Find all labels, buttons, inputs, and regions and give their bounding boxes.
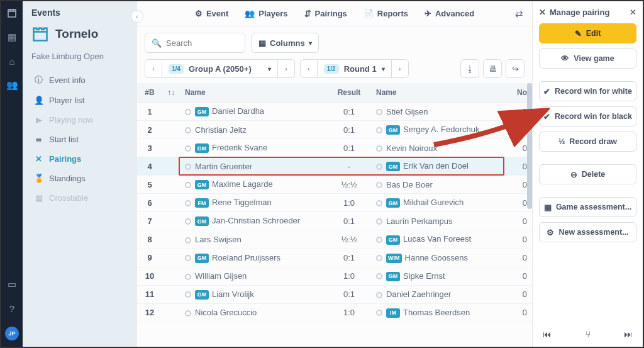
status-ring-icon: [376, 109, 382, 115]
table-row[interactable]: 10William Gijsen1:0GMSipke Ernst0: [137, 267, 532, 285]
record-draw-button[interactable]: ½Record draw: [539, 132, 636, 152]
table-row[interactable]: 9GMRoeland Pruijssers0:1WIMHanne Goossen…: [137, 249, 532, 267]
group-next-button[interactable]: ›: [277, 59, 295, 78]
sidebar-item-standings[interactable]: 🏅Standings: [31, 169, 128, 188]
icon-rail: ▦ ⌂ 👥 ▭ ? JP: [1, 1, 23, 347]
table-row[interactable]: 2Christian Jeitz0:1GMSergey A. Fedorchuk…: [137, 121, 532, 139]
nav-icon: 👤: [34, 96, 43, 105]
delete-button[interactable]: ⊖Delete: [539, 164, 636, 184]
search-input[interactable]: [166, 38, 238, 48]
columns-button[interactable]: ▦ Columns ▾: [252, 33, 319, 53]
folder-icon[interactable]: ▭: [6, 279, 18, 290]
columns-icon: ▦: [258, 38, 266, 48]
brand-name: Tornelo: [55, 27, 98, 41]
sidebar-item-playing-now[interactable]: ▶Playing now: [31, 111, 128, 129]
round-select[interactable]: 1/2 Round 1 ▾: [318, 59, 391, 78]
nav-label: Player list: [49, 96, 84, 105]
edit-button[interactable]: ✎Edit: [539, 23, 636, 43]
pairings-table: #B ↑↓ Name Result Name No 1GMDaniel Dard…: [137, 83, 532, 322]
download-button[interactable]: ⭳: [460, 59, 479, 78]
status-ring-icon: [185, 255, 191, 261]
gear-icon: ⚙: [547, 228, 554, 237]
pairings-table-wrap: #B ↑↓ Name Result Name No 1GMDaniel Dard…: [137, 83, 532, 347]
sidebar-item-event-info[interactable]: ⓘEvent info: [31, 70, 128, 90]
help-icon[interactable]: ?: [6, 303, 18, 314]
status-ring-icon: [185, 310, 191, 317]
search-input-wrapper[interactable]: 🔍: [145, 33, 245, 53]
last-button[interactable]: ⏭: [624, 329, 633, 339]
status-ring-icon: [376, 127, 382, 133]
table-row[interactable]: 5GMMaxime Lagarde½:½Bas De Boer0: [137, 176, 532, 194]
status-ring-icon: [185, 237, 191, 244]
group-select[interactable]: 1/4 Group A (2050+) ▾: [162, 59, 277, 78]
game-assessment-button[interactable]: ▦Game assessment...: [539, 197, 636, 217]
round-prev-button[interactable]: ‹: [300, 59, 318, 78]
first-button[interactable]: ⏮: [543, 329, 552, 339]
col-sort[interactable]: ↑↓: [162, 83, 180, 103]
status-ring-icon: [185, 274, 191, 280]
col-result[interactable]: Result: [327, 83, 371, 103]
panel-title: Manage pairing: [550, 8, 609, 17]
sidebar-item-player-list[interactable]: 👤Player list: [31, 91, 128, 109]
status-ring-icon: [376, 145, 382, 152]
status-ring-icon: [185, 145, 191, 152]
nav-icon: ▦: [34, 193, 43, 203]
nav-icon: ⓘ: [34, 74, 43, 86]
calendar-icon[interactable]: ▦: [6, 31, 18, 43]
col-board[interactable]: #B: [137, 83, 162, 103]
topbar-advanced[interactable]: ✈Advanced: [425, 9, 474, 18]
record-white-win-button[interactable]: ✔Record win for white: [539, 81, 636, 101]
sidebar-item-start-list[interactable]: ≣Start list: [31, 130, 128, 149]
table-row[interactable]: 6FMRene Tiggelman1:0GMMikhail Gurevich0: [137, 194, 532, 212]
table-row[interactable]: 12Nicola Grecuccio1:0IMThomas Beerdsen0: [137, 303, 532, 322]
group-stepper: ‹ 1/4 Group A (2050+) ▾ ›: [145, 59, 295, 78]
eye-icon: 👁: [561, 54, 569, 63]
table-row[interactable]: 3GMFrederik Svane0:1Kevin Noiroux0: [137, 139, 532, 157]
record-black-win-button[interactable]: ✔Record win for black: [539, 106, 636, 126]
sidebar-item-crosstable[interactable]: ▦Crosstable: [31, 189, 128, 207]
sidebar-item-pairings[interactable]: ✕Pairings: [31, 150, 128, 168]
topbar-reports[interactable]: 📄Reports: [364, 9, 408, 18]
sort-icon: ↑↓: [167, 88, 175, 97]
users-icon[interactable]: 👥: [6, 79, 18, 91]
new-assessment-button[interactable]: ⚙New assessment...: [539, 222, 636, 242]
topbar-event[interactable]: ⚙Event: [195, 9, 228, 18]
logo-icon[interactable]: [6, 8, 18, 19]
pencil-icon: ✎: [575, 29, 582, 38]
avatar[interactable]: JP: [5, 327, 19, 340]
board-icon: ▦: [544, 203, 552, 212]
manage-pairing-panel: ✕ Manage pairing ✕ ✎Edit 👁View game ✔Rec…: [532, 1, 643, 347]
nav-label: Playing now: [49, 115, 93, 125]
topbar-players[interactable]: 👥Players: [245, 9, 287, 18]
tree-icon[interactable]: ⑂: [586, 329, 591, 339]
status-ring-icon: [185, 291, 191, 298]
round-next-button[interactable]: ›: [391, 59, 409, 78]
status-ring-icon: [376, 292, 382, 298]
topbar-pairings[interactable]: ⇵Pairings: [304, 9, 347, 18]
table-row[interactable]: 8Lars Swijsen½:½GMLucas Van Foreest0: [137, 230, 532, 249]
view-game-button[interactable]: 👁View game: [539, 48, 636, 69]
col-white-name[interactable]: Name: [180, 83, 327, 103]
toolbar: 🔍 ▦ Columns ▾: [137, 26, 532, 59]
table-row[interactable]: 1GMDaniel Dardha0:1Stief Gijsen0: [137, 103, 532, 121]
nav-icon: ✕: [34, 154, 43, 164]
brand: Tornelo: [31, 25, 128, 43]
table-row[interactable]: 11GMLiam Vrolijk0:1Daniel Zaehringer0: [137, 285, 532, 303]
status-ring-icon: [376, 218, 382, 225]
col-black-name[interactable]: Name: [371, 83, 504, 103]
scrollbar[interactable]: [527, 83, 532, 209]
table-row[interactable]: 7GMJan-Christian Schroeder0:1Laurin Perk…: [137, 212, 532, 230]
close-panel-button[interactable]: ✕: [630, 8, 636, 17]
swap-icon[interactable]: ⇄: [515, 8, 523, 20]
nav-icon: ≣: [34, 135, 43, 144]
group-prev-button[interactable]: ‹: [145, 59, 162, 78]
print-button[interactable]: 🖶: [483, 59, 502, 78]
status-ring-icon: [376, 182, 382, 188]
status-ring-icon: [185, 127, 191, 133]
home-icon[interactable]: ⌂: [6, 55, 18, 67]
event-subtitle: Fake Limburg Open: [31, 52, 128, 61]
table-row[interactable]: 4Martin Gruenter-GMErik Van den Doel0: [137, 157, 532, 176]
nav-label: Event info: [49, 76, 86, 85]
group-bar: ‹ 1/4 Group A (2050+) ▾ › ‹ 1/2 Round 1 …: [137, 59, 532, 83]
share-button[interactable]: ↪: [506, 59, 525, 78]
